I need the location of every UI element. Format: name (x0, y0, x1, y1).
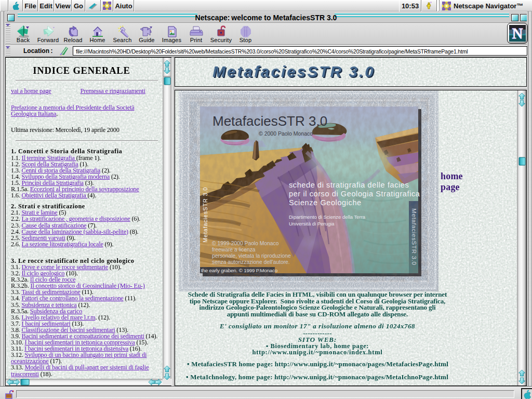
svg-text:Dipartimento di Scienze della: Dipartimento di Scienze della Terra (289, 214, 366, 220)
svg-text:MetafaciesSTR 3.0: MetafaciesSTR 3.0 (202, 187, 208, 243)
svg-text:schede di stratigrafia delle f: schede di stratigrafia delle facies (289, 181, 409, 189)
svg-text:© 1999-2000 Paolo Monaco: © 1999-2000 Paolo Monaco (212, 241, 279, 246)
svg-text:Scienze Geologiche: Scienze Geologiche (289, 198, 362, 207)
svg-text:freeware a licenza: freeware a licenza (212, 247, 256, 252)
svg-text:senza autorizzazione dell'auto: senza autorizzazione dell'autore. (212, 259, 290, 265)
svg-text:MetafaciesSTR 3.0: MetafaciesSTR 3.0 (212, 113, 327, 129)
svg-text:per il corso di Geologia Strat: per il corso di Geologia Stratigrafica (289, 190, 420, 198)
svg-text:personale, vietata la riproduz: personale, vietata la riproduzione (212, 253, 291, 259)
svg-text:Università di Perugia: Università di Perugia (289, 221, 335, 227)
svg-text:N: N (512, 25, 523, 42)
svg-text:MetafaciesSTR 3.0: MetafaciesSTR 3.0 (411, 208, 417, 265)
svg-text:© 2000 Paolo Monaco: © 2000 Paolo Monaco (259, 130, 313, 137)
